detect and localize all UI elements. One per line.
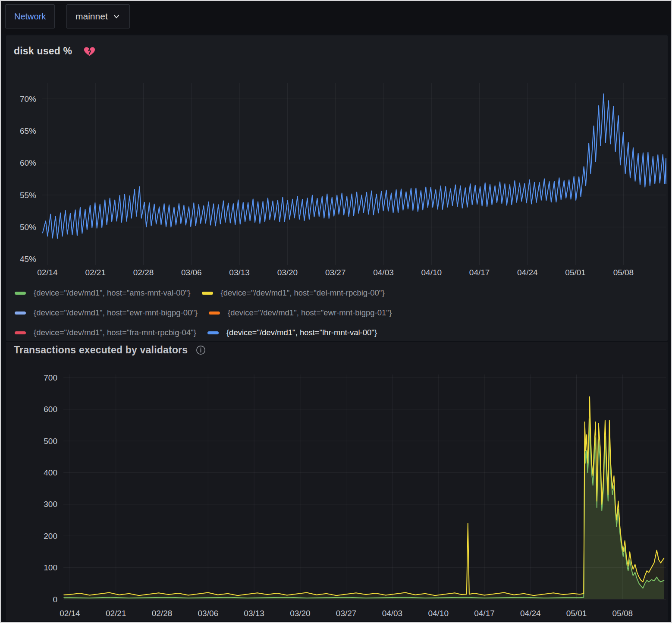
x-tick-label: 04/10 — [428, 609, 449, 618]
network-variable-label: Network — [5, 4, 55, 28]
x-tick-label: 03/27 — [336, 609, 357, 618]
series-line-{device="/dev/md1", host="lhr-mnt-val-00"} — [43, 94, 666, 239]
panel-disk-header: disk used % — [14, 45, 96, 57]
network-label: Network — [14, 12, 46, 22]
x-tick-label: 05/01 — [566, 609, 587, 618]
x-tick-label: 04/03 — [373, 268, 394, 277]
x-tick-label: 03/20 — [290, 609, 311, 618]
legend-series-label: {device="/dev/md1", host="del-mnt-rpcbig… — [221, 288, 385, 298]
legend-series-label: {device="/dev/md1", host="fra-mnt-rpcbig… — [34, 328, 196, 337]
legend-item[interactable]: {device="/dev/md1", host="fra-mnt-rpcbig… — [15, 328, 196, 337]
x-tick-label: 02/28 — [152, 609, 173, 618]
x-tick-label: 02/14 — [60, 609, 80, 618]
panel-tx-header: Transactions executed by validators — [14, 344, 206, 356]
y-tick-label: 600 — [44, 405, 57, 414]
x-tick-label: 03/20 — [277, 268, 298, 277]
x-tick-label: 05/08 — [613, 268, 634, 277]
x-tick-label: 05/01 — [565, 268, 586, 277]
x-tick-label: 02/21 — [106, 609, 126, 618]
y-tick-label: 70% — [20, 94, 36, 104]
y-tick-label: 45% — [20, 255, 36, 264]
legend-series-swatch — [207, 331, 219, 334]
y-tick-label: 400 — [44, 468, 57, 477]
y-tick-label: 700 — [44, 373, 57, 382]
legend-row: {device="/dev/md1", host="ams-mnt-val-00… — [15, 283, 403, 303]
disk-used-chart[interactable]: 45%50%55%60%65%70%02/1402/2102/2803/0603… — [6, 77, 668, 282]
legend-row: {device="/dev/md1", host="fra-mnt-rpcbig… — [15, 323, 403, 343]
variables-bar: Network mainnet — [1, 1, 671, 34]
series-area-validators-yellow — [64, 396, 664, 599]
legend-series-swatch — [202, 292, 213, 295]
panel-transactions: Transactions executed by validators Cert… — [6, 342, 668, 621]
panel-disk-title: disk used % — [14, 45, 72, 57]
x-tick-label: 02/14 — [37, 268, 58, 277]
series-area-validators-green — [64, 419, 664, 599]
y-tick-label: 60% — [20, 158, 36, 167]
x-tick-label: 04/10 — [421, 268, 442, 277]
x-tick-label: 03/13 — [244, 609, 264, 618]
series-line-validators-yellow — [64, 396, 664, 595]
y-tick-label: 200 — [44, 532, 57, 541]
x-tick-label: 03/06 — [198, 609, 219, 618]
x-tick-label: 04/24 — [520, 609, 541, 618]
chevron-down-icon — [112, 12, 121, 21]
legend-item[interactable]: {device="/dev/md1", host="lhr-mnt-val-00… — [207, 328, 377, 337]
legend-series-swatch — [15, 331, 26, 334]
legend-item[interactable]: {device="/dev/md1", host="del-mnt-rpcbig… — [202, 288, 385, 298]
x-tick-label: 02/21 — [85, 268, 106, 277]
info-icon[interactable] — [195, 345, 206, 356]
x-tick-label: 03/27 — [325, 268, 346, 277]
x-tick-label: 04/17 — [469, 268, 490, 277]
legend-item[interactable]: {device="/dev/md1", host="ams-mnt-val-00… — [15, 288, 191, 298]
legend-series-label: {device="/dev/md1", host="ewr-mnt-bigpg-… — [228, 308, 392, 318]
x-tick-label: 04/24 — [517, 268, 538, 277]
broken-heart-icon — [83, 45, 96, 57]
x-tick-label: 03/06 — [181, 268, 202, 277]
legend-series-swatch — [209, 312, 220, 315]
network-variable-dropdown[interactable]: mainnet — [66, 4, 130, 28]
panel-disk-used: disk used % 45%50%55%60%65%70%02/1402/21… — [6, 35, 668, 341]
legend-series-swatch — [15, 292, 26, 295]
y-tick-label: 65% — [20, 126, 36, 135]
panel-tx-title: Transactions executed by validators — [14, 344, 188, 356]
y-tick-label: 500 — [44, 437, 57, 446]
y-tick-label: 55% — [20, 191, 36, 200]
dashboard: Network mainnet disk used % 45%50%55%60%… — [0, 0, 672, 623]
x-tick-label: 03/13 — [229, 268, 250, 277]
legend-series-label: {device="/dev/md1", host="ewr-mnt-bigpg-… — [34, 308, 198, 318]
disk-used-legend: {device="/dev/md1", host="ams-mnt-val-00… — [15, 283, 403, 343]
transactions-chart[interactable]: 010020030040050060070002/1402/2102/2803/… — [6, 366, 668, 622]
x-tick-label: 05/08 — [612, 609, 633, 618]
legend-item[interactable]: {device="/dev/md1", host="ewr-mnt-bigpg-… — [15, 308, 198, 318]
legend-series-label: {device="/dev/md1", host="ams-mnt-val-00… — [34, 288, 191, 298]
y-tick-label: 100 — [44, 563, 57, 572]
legend-series-swatch — [15, 312, 26, 315]
network-value: mainnet — [75, 11, 108, 22]
legend-item[interactable]: {device="/dev/md1", host="ewr-mnt-bigpg-… — [209, 308, 392, 318]
x-tick-label: 02/28 — [133, 268, 154, 277]
legend-series-label: {device="/dev/md1", host="lhr-mnt-val-00… — [226, 328, 377, 337]
series-line-validators-green — [64, 419, 664, 598]
x-tick-label: 04/17 — [474, 609, 495, 618]
legend-row: {device="/dev/md1", host="ewr-mnt-bigpg-… — [15, 303, 403, 323]
x-tick-label: 04/03 — [382, 609, 403, 618]
y-tick-label: 0 — [53, 595, 57, 604]
y-tick-label: 50% — [20, 223, 36, 232]
y-tick-label: 300 — [44, 500, 57, 509]
